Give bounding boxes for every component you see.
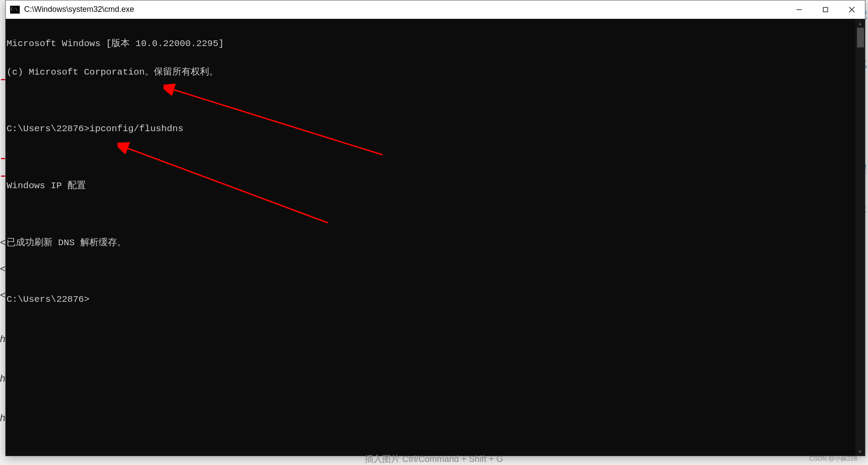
close-icon [849, 7, 855, 13]
scrollbar-down-icon[interactable]: ▼ [855, 447, 865, 456]
maximize-button[interactable] [812, 0, 839, 18]
terminal-line: (c) Microsoft Corporation。保留所有权利。 [7, 65, 865, 80]
titlebar[interactable]: C:\. C:\Windows\system32\cmd.exe [6, 0, 865, 19]
terminal-content[interactable]: Microsoft Windows [版本 10.0.22000.2295] (… [6, 19, 865, 336]
editor-bottom-hint: 插入图片 Ctrl/Command + Shift + G [365, 453, 503, 465]
cmd-icon: C:\. [10, 6, 20, 14]
watermark: CSDN @小蘇228 [809, 455, 857, 463]
scrollbar-thumb[interactable] [857, 28, 864, 47]
bg-char: < [0, 290, 6, 301]
terminal-line: Microsoft Windows [版本 10.0.22000.2295] [7, 37, 865, 51]
window-controls [786, 0, 865, 18]
terminal-area[interactable]: Microsoft Windows [版本 10.0.22000.2295] (… [6, 19, 865, 456]
terminal-line [7, 150, 865, 165]
close-button[interactable] [839, 0, 865, 18]
bg-char: < [0, 263, 6, 275]
svg-rect-1 [823, 7, 828, 12]
bg-char: < [0, 237, 6, 248]
terminal-line: Windows IP 配置 [7, 179, 865, 193]
cmd-window: C:\. C:\Windows\system32\cmd.exe Microso… [5, 0, 865, 456]
minimize-icon [796, 7, 802, 13]
scrollbar-up-icon[interactable]: ▲ [855, 19, 865, 28]
terminal-line [7, 265, 865, 279]
terminal-line: C:\Users\22876> [7, 293, 865, 307]
terminal-line [7, 207, 865, 222]
maximize-icon [822, 7, 829, 13]
terminal-line: 已成功刷新 DNS 解析缓存。 [7, 236, 865, 250]
terminal-line: C:\Users\22876>ipconfig/flushdns [7, 122, 865, 136]
window-title: C:\Windows\system32\cmd.exe [24, 5, 786, 14]
terminal-line [7, 94, 865, 108]
minimize-button[interactable] [786, 0, 812, 18]
scrollbar[interactable]: ▲ ▼ [855, 19, 865, 456]
